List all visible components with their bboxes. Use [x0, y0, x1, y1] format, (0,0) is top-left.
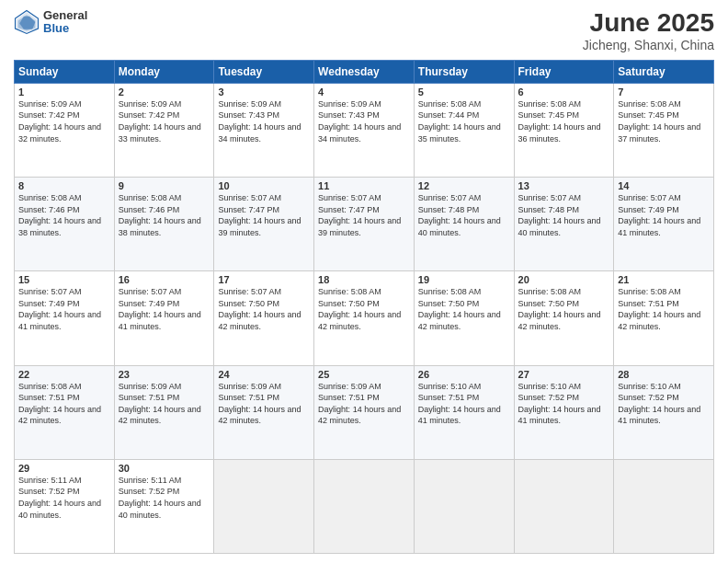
- calendar-cell: 17Sunrise: 5:07 AMSunset: 7:50 PMDayligh…: [214, 271, 314, 365]
- cell-info: Sunrise: 5:09 AMSunset: 7:51 PMDaylight:…: [119, 381, 210, 427]
- calendar-cell: 19Sunrise: 5:08 AMSunset: 7:50 PMDayligh…: [414, 271, 514, 365]
- calendar-week-row: 15Sunrise: 5:07 AMSunset: 7:49 PMDayligh…: [15, 271, 714, 365]
- cell-info: Sunrise: 5:07 AMSunset: 7:50 PMDaylight:…: [218, 286, 310, 332]
- calendar-cell: 18Sunrise: 5:08 AMSunset: 7:50 PMDayligh…: [314, 271, 415, 365]
- calendar-cell: 25Sunrise: 5:09 AMSunset: 7:51 PMDayligh…: [314, 365, 415, 459]
- cell-info: Sunrise: 5:07 AMSunset: 7:49 PMDaylight:…: [618, 192, 710, 238]
- cell-info: Sunrise: 5:10 AMSunset: 7:52 PMDaylight:…: [518, 381, 610, 427]
- cell-info: Sunrise: 5:07 AMSunset: 7:49 PMDaylight:…: [119, 286, 210, 332]
- cell-info: Sunrise: 5:08 AMSunset: 7:51 PMDaylight:…: [18, 381, 110, 427]
- day-number: 4: [318, 86, 410, 98]
- calendar-table: SundayMondayTuesdayWednesdayThursdayFrid…: [14, 60, 714, 554]
- calendar-cell: 27Sunrise: 5:10 AMSunset: 7:52 PMDayligh…: [514, 365, 614, 459]
- calendar-week-row: 8Sunrise: 5:08 AMSunset: 7:46 PMDaylight…: [15, 178, 714, 271]
- calendar-cell: 24Sunrise: 5:09 AMSunset: 7:51 PMDayligh…: [214, 365, 314, 459]
- cell-info: Sunrise: 5:07 AMSunset: 7:47 PMDaylight:…: [218, 192, 310, 238]
- calendar-cell: [314, 459, 415, 553]
- calendar-page: General Blue June 2025 Jicheng, Shanxi, …: [0, 0, 728, 563]
- cell-info: Sunrise: 5:09 AMSunset: 7:42 PMDaylight:…: [18, 98, 110, 144]
- calendar-body: 1Sunrise: 5:09 AMSunset: 7:42 PMDaylight…: [15, 83, 714, 553]
- cell-info: Sunrise: 5:11 AMSunset: 7:52 PMDaylight:…: [119, 475, 210, 521]
- day-number: 23: [119, 369, 210, 380]
- cell-info: Sunrise: 5:08 AMSunset: 7:44 PMDaylight:…: [418, 98, 510, 144]
- cell-info: Sunrise: 5:08 AMSunset: 7:50 PMDaylight:…: [418, 286, 510, 332]
- calendar-cell: 30Sunrise: 5:11 AMSunset: 7:52 PMDayligh…: [114, 459, 214, 553]
- calendar-cell: [214, 459, 314, 553]
- calendar-week-row: 1Sunrise: 5:09 AMSunset: 7:42 PMDaylight…: [15, 83, 714, 177]
- cell-info: Sunrise: 5:09 AMSunset: 7:51 PMDaylight:…: [318, 381, 410, 427]
- calendar-cell: 29Sunrise: 5:11 AMSunset: 7:52 PMDayligh…: [15, 459, 115, 553]
- cell-info: Sunrise: 5:11 AMSunset: 7:52 PMDaylight:…: [18, 475, 110, 521]
- day-number: 7: [618, 86, 710, 98]
- calendar-cell: 2Sunrise: 5:09 AMSunset: 7:42 PMDaylight…: [114, 83, 214, 177]
- logo-icon: [14, 9, 40, 35]
- cell-info: Sunrise: 5:08 AMSunset: 7:50 PMDaylight:…: [518, 286, 610, 332]
- day-number: 27: [518, 369, 610, 380]
- calendar-cell: 21Sunrise: 5:08 AMSunset: 7:51 PMDayligh…: [614, 271, 714, 365]
- weekday-header-row: SundayMondayTuesdayWednesdayThursdayFrid…: [15, 60, 714, 83]
- calendar-cell: 4Sunrise: 5:09 AMSunset: 7:43 PMDaylight…: [314, 83, 415, 177]
- day-number: 21: [618, 274, 710, 285]
- day-number: 5: [418, 86, 510, 98]
- calendar-cell: [514, 459, 614, 553]
- cell-info: Sunrise: 5:08 AMSunset: 7:45 PMDaylight:…: [618, 98, 710, 144]
- cell-info: Sunrise: 5:07 AMSunset: 7:47 PMDaylight:…: [318, 192, 410, 238]
- calendar-cell: 23Sunrise: 5:09 AMSunset: 7:51 PMDayligh…: [114, 365, 214, 459]
- cell-info: Sunrise: 5:07 AMSunset: 7:48 PMDaylight:…: [518, 192, 610, 238]
- day-number: 8: [18, 180, 110, 191]
- calendar-cell: 22Sunrise: 5:08 AMSunset: 7:51 PMDayligh…: [15, 365, 115, 459]
- day-number: 14: [618, 180, 710, 191]
- day-number: 20: [518, 274, 610, 285]
- calendar-cell: 14Sunrise: 5:07 AMSunset: 7:49 PMDayligh…: [614, 178, 714, 271]
- day-number: 3: [218, 86, 310, 98]
- logo-general-text: General: [43, 9, 87, 22]
- calendar-cell: 12Sunrise: 5:07 AMSunset: 7:48 PMDayligh…: [414, 178, 514, 271]
- day-number: 18: [318, 274, 410, 285]
- day-number: 15: [18, 274, 110, 285]
- day-number: 2: [119, 86, 210, 98]
- weekday-header-thursday: Thursday: [414, 60, 514, 83]
- day-number: 10: [218, 180, 310, 191]
- day-number: 13: [518, 180, 610, 191]
- calendar-week-row: 22Sunrise: 5:08 AMSunset: 7:51 PMDayligh…: [15, 365, 714, 459]
- cell-info: Sunrise: 5:09 AMSunset: 7:43 PMDaylight:…: [218, 98, 310, 144]
- day-number: 16: [119, 274, 210, 285]
- cell-info: Sunrise: 5:09 AMSunset: 7:42 PMDaylight:…: [119, 98, 210, 144]
- weekday-header-wednesday: Wednesday: [314, 60, 415, 83]
- day-number: 12: [418, 180, 510, 191]
- weekday-header-saturday: Saturday: [614, 60, 714, 83]
- page-header: General Blue June 2025 Jicheng, Shanxi, …: [14, 9, 714, 52]
- cell-info: Sunrise: 5:09 AMSunset: 7:51 PMDaylight:…: [218, 381, 310, 427]
- calendar-cell: 26Sunrise: 5:10 AMSunset: 7:51 PMDayligh…: [414, 365, 514, 459]
- calendar-cell: 6Sunrise: 5:08 AMSunset: 7:45 PMDaylight…: [514, 83, 614, 177]
- calendar-cell: 16Sunrise: 5:07 AMSunset: 7:49 PMDayligh…: [114, 271, 214, 365]
- calendar-cell: 10Sunrise: 5:07 AMSunset: 7:47 PMDayligh…: [214, 178, 314, 271]
- calendar-cell: 3Sunrise: 5:09 AMSunset: 7:43 PMDaylight…: [214, 83, 314, 177]
- calendar-cell: 5Sunrise: 5:08 AMSunset: 7:44 PMDaylight…: [414, 83, 514, 177]
- day-number: 30: [119, 463, 210, 474]
- title-block: June 2025 Jicheng, Shanxi, China: [583, 9, 714, 52]
- day-number: 28: [618, 369, 710, 380]
- cell-info: Sunrise: 5:09 AMSunset: 7:43 PMDaylight:…: [318, 98, 410, 144]
- day-number: 6: [518, 86, 610, 98]
- cell-info: Sunrise: 5:10 AMSunset: 7:51 PMDaylight:…: [418, 381, 510, 427]
- calendar-cell: 9Sunrise: 5:08 AMSunset: 7:46 PMDaylight…: [114, 178, 214, 271]
- cell-info: Sunrise: 5:07 AMSunset: 7:49 PMDaylight:…: [18, 286, 110, 332]
- calendar-header: SundayMondayTuesdayWednesdayThursdayFrid…: [15, 60, 714, 83]
- day-number: 19: [418, 274, 510, 285]
- day-number: 25: [318, 369, 410, 380]
- day-number: 9: [119, 180, 210, 191]
- day-number: 1: [18, 86, 110, 98]
- calendar-cell: 15Sunrise: 5:07 AMSunset: 7:49 PMDayligh…: [15, 271, 115, 365]
- weekday-header-friday: Friday: [514, 60, 614, 83]
- day-number: 24: [218, 369, 310, 380]
- cell-info: Sunrise: 5:07 AMSunset: 7:48 PMDaylight:…: [418, 192, 510, 238]
- logo-text: General Blue: [43, 9, 87, 36]
- cell-info: Sunrise: 5:10 AMSunset: 7:52 PMDaylight:…: [618, 381, 710, 427]
- calendar-cell: 8Sunrise: 5:08 AMSunset: 7:46 PMDaylight…: [15, 178, 115, 271]
- calendar-cell: 13Sunrise: 5:07 AMSunset: 7:48 PMDayligh…: [514, 178, 614, 271]
- calendar-cell: 11Sunrise: 5:07 AMSunset: 7:47 PMDayligh…: [314, 178, 415, 271]
- day-number: 22: [18, 369, 110, 380]
- cell-info: Sunrise: 5:08 AMSunset: 7:46 PMDaylight:…: [18, 192, 110, 238]
- page-title: June 2025: [583, 9, 714, 38]
